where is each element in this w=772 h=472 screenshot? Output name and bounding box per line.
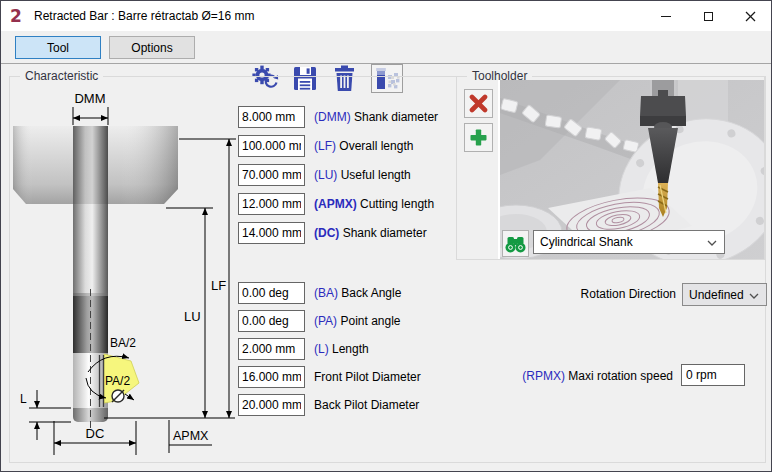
field-l-input[interactable]: [238, 338, 305, 360]
svg-text:BA/2: BA/2: [110, 336, 136, 350]
field-dmm-label: (DMM) Shank diameter: [314, 110, 438, 124]
binoculars-icon: [505, 235, 526, 253]
field-dc-label: (DC) Shank diameter: [314, 226, 427, 240]
rpmx-code: (RPMX): [522, 369, 565, 383]
field-pa-code: (PA): [314, 314, 337, 328]
field-apmx-code: (APMX): [314, 197, 357, 211]
field-lf-label: (LF) Overall length: [314, 139, 413, 153]
toolbar: Tool Options: [1, 31, 771, 64]
tool-diagram: DMM LF LU DC APMX L BA/2 PA/2: [9, 81, 244, 463]
field-apmx-label: (APMX) Cutting length: [314, 197, 434, 211]
tab-options[interactable]: Options: [109, 36, 195, 59]
field-dc-input[interactable]: [238, 222, 305, 244]
field-lu-label: (LU) Useful length: [314, 168, 411, 182]
browse-toolholder-button[interactable]: [502, 230, 529, 257]
close-icon: [745, 11, 756, 22]
field-row-lf: (LF) Overall length: [238, 135, 413, 157]
field-ba-input[interactable]: [238, 282, 305, 304]
add-toolholder-button[interactable]: [464, 123, 493, 152]
field-row-back-pilot: Back Pilot Diameter: [238, 394, 419, 416]
field-row-l: (L) Length: [238, 338, 369, 360]
rotation-direction-value: Undefined: [689, 288, 744, 302]
rotation-direction-select[interactable]: Undefined: [682, 283, 767, 306]
field-row-ba: (BA) Back Angle: [238, 282, 401, 304]
field-row-front-pilot: Front Pilot Diameter: [238, 366, 421, 388]
field-lu-code: (LU): [314, 168, 337, 182]
field-row-apmx: (APMX) Cutting length: [238, 193, 434, 215]
field-front-pilot-label: Front Pilot Diameter: [314, 370, 421, 384]
field-row-lu: (LU) Useful length: [238, 164, 411, 186]
window-title: Retracted Bar : Barre rétractab Ø=16 mm: [34, 9, 254, 23]
svg-text:APMX: APMX: [173, 429, 209, 443]
field-l-text: Length: [332, 342, 369, 356]
maximize-icon: [704, 12, 713, 21]
chevron-down-icon: [749, 293, 759, 299]
field-row-dmm: (DMM) Shank diameter: [238, 106, 438, 128]
field-front-pilot-text: Front Pilot Diameter: [314, 370, 421, 384]
field-l-label: (L) Length: [314, 342, 369, 356]
field-back-pilot-input[interactable]: [238, 394, 305, 416]
close-button[interactable]: [729, 1, 771, 31]
field-front-pilot-input[interactable]: [238, 366, 305, 388]
field-back-pilot-text: Back Pilot Diameter: [314, 398, 419, 412]
shank-type-value: Cylindrical Shank: [540, 235, 633, 249]
field-dmm-text: Shank diameter: [354, 110, 438, 124]
title-bar: 2 Retracted Bar : Barre rétractab Ø=16 m…: [1, 1, 771, 31]
svg-text:DC: DC: [86, 426, 105, 441]
minimize-button[interactable]: [645, 1, 687, 31]
svg-text:L: L: [20, 392, 27, 406]
field-pa-label: (PA) Point angle: [314, 314, 401, 328]
shank-type-select[interactable]: Cylindrical Shank: [533, 230, 725, 254]
svg-text:LF: LF: [211, 278, 226, 293]
svg-text:LU: LU: [184, 309, 201, 324]
field-back-pilot-label: Back Pilot Diameter: [314, 398, 419, 412]
rpmx-label: (RPMX) Maxi rotation speed: [451, 369, 673, 383]
field-row-dc: (DC) Shank diameter: [238, 222, 427, 244]
add-icon: [469, 128, 488, 147]
field-l-code: (L): [314, 342, 329, 356]
svg-text:PA/2: PA/2: [105, 374, 130, 388]
field-ba-label: (BA) Back Angle: [314, 286, 401, 300]
field-dc-text: Shank diameter: [343, 226, 427, 240]
field-apmx-input[interactable]: [238, 193, 305, 215]
field-ba-text: Back Angle: [341, 286, 401, 300]
app-logo-icon: 2: [10, 8, 28, 25]
rpmx-input[interactable]: [681, 364, 745, 386]
remove-icon: [469, 94, 488, 113]
rotation-direction-label: Rotation Direction: [541, 287, 676, 301]
field-ba-code: (BA): [314, 286, 338, 300]
field-dc-code: (DC): [314, 226, 339, 240]
tab-tool[interactable]: Tool: [15, 36, 101, 59]
field-lu-text: Useful length: [341, 168, 411, 182]
field-lf-code: (LF): [314, 139, 336, 153]
svg-text:DMM: DMM: [74, 91, 105, 106]
tool-definition-dialog: 2 Retracted Bar : Barre rétractab Ø=16 m…: [0, 0, 772, 472]
field-apmx-text: Cutting length: [360, 197, 434, 211]
field-row-pa: (PA) Point angle: [238, 310, 401, 332]
field-lu-input[interactable]: [238, 164, 305, 186]
field-lf-input[interactable]: [238, 135, 305, 157]
rpmx-text: Maxi rotation speed: [565, 369, 673, 383]
chevron-down-icon: [707, 240, 717, 246]
field-pa-input[interactable]: [238, 310, 305, 332]
maximize-button[interactable]: [687, 1, 729, 31]
field-dmm-input[interactable]: [238, 106, 305, 128]
field-dmm-code: (DMM): [314, 110, 351, 124]
remove-toolholder-button[interactable]: [464, 89, 493, 118]
field-lf-text: Overall length: [339, 139, 413, 153]
minimize-icon: [661, 16, 671, 17]
field-pa-text: Point angle: [340, 314, 400, 328]
